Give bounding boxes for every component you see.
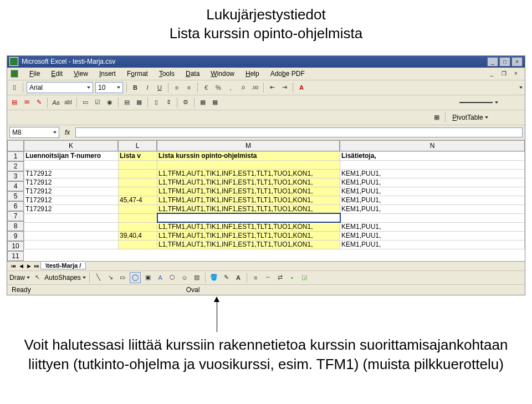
cell[interactable]: Lista kurssin opinto-ohjelmista: [157, 151, 340, 160]
cell[interactable]: [340, 160, 525, 169]
3d-icon[interactable]: ◲: [299, 273, 309, 283]
menu-insert[interactable]: Insert: [94, 69, 121, 79]
currency-button[interactable]: €: [201, 83, 211, 93]
pivot-wizard-icon[interactable]: ▦: [432, 112, 442, 122]
new-doc-icon[interactable]: ▯: [9, 83, 19, 93]
formula-input[interactable]: [75, 127, 523, 137]
cell[interactable]: 39,40,4: [119, 231, 157, 240]
cell[interactable]: L1,TFM1,AUT1,TIK1,INF1,EST1,TLT1,TUO1,KO…: [157, 196, 340, 204]
decrease-indent-icon[interactable]: ⇤: [267, 83, 277, 93]
cell[interactable]: KEM1,PUU1,: [340, 196, 525, 204]
pivottable-dropdown[interactable]: PivotTable: [449, 114, 492, 121]
cell[interactable]: [157, 160, 340, 169]
cell[interactable]: [340, 213, 525, 222]
aa-icon[interactable]: Aa: [51, 98, 61, 108]
cell[interactable]: T172912: [24, 178, 119, 187]
chevron-down-icon[interactable]: [495, 101, 498, 104]
font-size-select[interactable]: 10: [95, 82, 123, 93]
cell[interactable]: L1,TFM1,AUT1,TIK1,INF1,EST1,TLT1,TUO1,KO…: [157, 222, 340, 231]
font-select[interactable]: Arial: [27, 82, 93, 93]
cell[interactable]: KEM1,PUU1,: [340, 178, 525, 187]
cell[interactable]: KEM1,PUU1,: [340, 222, 525, 231]
spreadsheet-grid[interactable]: K L M N 1 2 3 4 5 6 7 8 9 10 11: [7, 140, 525, 270]
radio-icon[interactable]: ◉: [105, 98, 115, 108]
wordart-icon[interactable]: A: [155, 273, 165, 283]
row-header[interactable]: 1: [7, 151, 24, 161]
table-row[interactable]: Luennoitsijan T-numero Lista v Lista kur…: [24, 151, 525, 160]
comma-button[interactable]: ,: [226, 83, 236, 93]
tab-nav-last-icon[interactable]: ⏭: [33, 262, 40, 270]
menu-view[interactable]: View: [68, 69, 94, 79]
align-center-icon[interactable]: ≡: [184, 83, 194, 93]
row-header[interactable]: 10: [7, 241, 24, 251]
font-color-button[interactable]: A: [296, 83, 306, 93]
textbox-draw-icon[interactable]: ▣: [143, 273, 153, 283]
picture-icon[interactable]: ▧: [192, 273, 202, 283]
cell[interactable]: [119, 160, 157, 169]
more-controls-icon[interactable]: ⚙: [181, 98, 191, 108]
increase-indent-icon[interactable]: ⇥: [279, 83, 289, 93]
cell[interactable]: KEM1,PUU1,: [340, 240, 525, 249]
diagram-icon[interactable]: ⬡: [167, 273, 177, 283]
line-icon[interactable]: ╲: [93, 273, 103, 283]
doc-minimize-button[interactable]: _: [486, 69, 497, 78]
cell[interactable]: Lista v: [119, 151, 157, 160]
row-header[interactable]: 9: [7, 231, 24, 241]
menu-data[interactable]: Data: [180, 69, 205, 79]
row-header[interactable]: 6: [7, 201, 24, 211]
maximize-button[interactable]: □: [499, 57, 510, 67]
cell[interactable]: [119, 187, 157, 196]
arrow-style-icon[interactable]: ⇄: [275, 273, 285, 283]
line-color-icon[interactable]: ✎: [221, 273, 231, 283]
fill-color-icon[interactable]: 🪣: [209, 273, 219, 283]
table-row[interactable]: T172912 L1,TFM1,AUT1,TIK1,INF1,EST1,TLT1…: [24, 204, 525, 213]
table-row[interactable]: 39,40,4 L1,TFM1,AUT1,TIK1,INF1,EST1,TLT1…: [24, 231, 525, 240]
cell[interactable]: KEM1,PUU1,: [340, 231, 525, 240]
autoshapes-menu[interactable]: AutoShapes: [44, 274, 86, 282]
cell[interactable]: T172912: [24, 169, 119, 178]
cell[interactable]: L1,TFM1,AUT1,TIK1,INF1,EST1,TLT1,TUO1,KO…: [157, 187, 340, 196]
cell[interactable]: [24, 213, 119, 222]
cell[interactable]: [24, 240, 119, 249]
cell[interactable]: KEM1,PUU1,: [340, 187, 525, 196]
arrow-icon[interactable]: ↘: [105, 273, 115, 283]
pdf-review-icon[interactable]: ✎: [34, 98, 44, 108]
menu-format[interactable]: Format: [121, 69, 154, 79]
table-row[interactable]: T172912 L1,TFM1,AUT1,TIK1,INF1,EST1,TLT1…: [24, 178, 525, 187]
row-header[interactable]: 11: [7, 251, 24, 261]
line-style-icon[interactable]: ≡: [250, 273, 260, 283]
line-style-preview[interactable]: [459, 102, 493, 103]
increase-decimal-button[interactable]: .0: [238, 83, 248, 93]
sheet-tab[interactable]: \testi-Marja /: [40, 262, 86, 269]
group-icon[interactable]: ▦: [198, 98, 208, 108]
percent-button[interactable]: %: [213, 83, 223, 93]
draw-menu[interactable]: Draw: [9, 274, 30, 282]
ungroup-icon[interactable]: ▦: [210, 98, 220, 108]
row-header[interactable]: 8: [7, 221, 24, 231]
oval-icon[interactable]: ◯: [130, 272, 141, 283]
align-left-icon[interactable]: ≡: [172, 83, 182, 93]
menu-tools[interactable]: Tools: [154, 69, 180, 79]
cell[interactable]: [119, 178, 157, 187]
row-header[interactable]: 3: [7, 171, 24, 181]
doc-restore-button[interactable]: ❐: [498, 69, 509, 78]
select-objects-icon[interactable]: ↖: [32, 273, 42, 283]
underline-button[interactable]: U: [155, 83, 165, 93]
cell[interactable]: [24, 222, 119, 231]
table-row[interactable]: T172912 45,47-4 L1,TFM1,AUT1,TIK1,INF1,E…: [24, 196, 525, 204]
select-all-corner[interactable]: [7, 140, 24, 151]
cell[interactable]: [119, 204, 157, 213]
cell[interactable]: [119, 222, 157, 231]
menu-file[interactable]: FFileile: [24, 69, 45, 79]
active-cell[interactable]: [157, 213, 340, 222]
cell[interactable]: [24, 160, 119, 169]
cells-table[interactable]: Luennoitsijan T-numero Lista v Lista kur…: [24, 151, 525, 249]
doc-close-button[interactable]: ×: [510, 69, 521, 78]
checkbox-icon[interactable]: ☑: [93, 98, 103, 108]
cell[interactable]: 45,47-4: [119, 196, 157, 204]
cell[interactable]: L1,TFM1,AUT1,TIK1,INF1,EST1,TLT1,TUO1,KO…: [157, 178, 340, 187]
dash-style-icon[interactable]: ┄: [263, 273, 273, 283]
cell[interactable]: T172912: [24, 196, 119, 204]
cell[interactable]: KEM1,PUU1,: [340, 204, 525, 213]
bold-button[interactable]: B: [130, 83, 140, 93]
